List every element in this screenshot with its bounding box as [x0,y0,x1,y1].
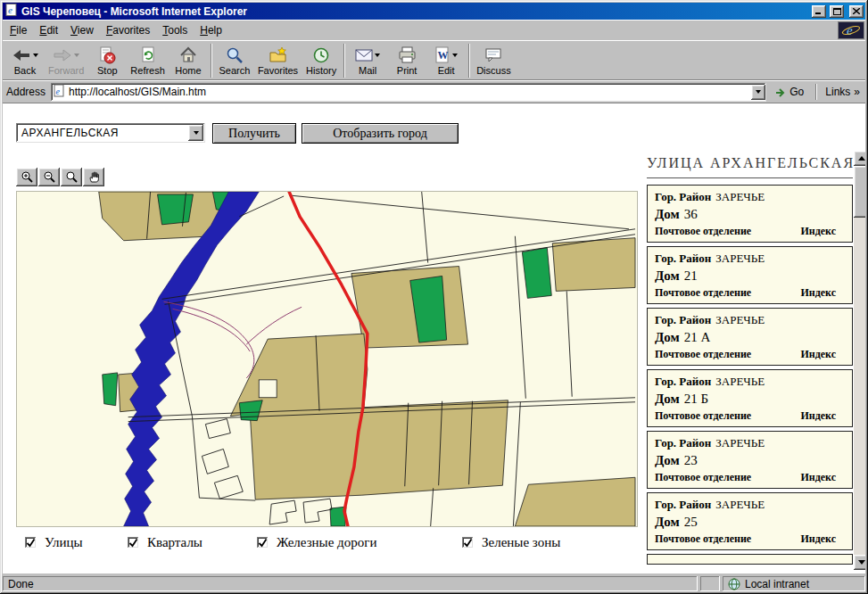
toolbar-separator [343,44,345,78]
house-label: Дом [655,268,680,283]
index-label: Индекс [800,471,836,484]
house-card[interactable]: Гор. РайонЗАРЕЧЬЕ Дом21 Почтовое отделен… [647,246,853,304]
house-card[interactable]: Гор. РайонЗАРЕЧЬЕ Дом36 Почтовое отделен… [647,185,853,243]
house-card-clipped[interactable] [647,554,853,565]
house-card[interactable]: Гор. РайонЗАРЕЧЬЕ Дом21 Б Почтовое отдел… [647,369,853,427]
street-select-value[interactable]: АРХАНГЕЛЬСКАЯ [16,127,188,139]
house-label: Дом [655,330,680,344]
mail-icon [355,48,373,62]
house-card[interactable]: Гор. РайонЗАРЕЧЬЕ Дом25 Почтовое отделен… [647,492,853,550]
discuss-button[interactable]: Discuss [473,42,515,78]
house-value: 21 [684,268,698,283]
index-label: Индекс [800,409,836,423]
svg-text:e: e [8,4,12,15]
forward-dropdown-caret[interactable] [74,54,79,57]
layer-railways: Железные дороги [257,535,376,550]
layer-blocks-checkbox[interactable] [128,537,139,549]
address-bar: Address e Go Links » [3,80,865,103]
zone-text: Local intranet [745,578,809,590]
menu-help[interactable]: Help [194,21,228,39]
city-map[interactable] [17,192,637,526]
address-input[interactable] [69,86,748,98]
index-label: Индекс [800,348,836,361]
print-icon [398,46,416,64]
back-button[interactable]: Back [5,42,45,78]
menu-tools[interactable]: Tools [156,21,194,39]
get-button[interactable]: Получить [212,123,296,144]
mail-button[interactable]: Mail [348,42,387,78]
refresh-icon [139,46,157,64]
addressbar-separator [815,84,817,100]
house-label: Дом [655,453,680,467]
house-label: Дом [655,207,680,221]
menu-file[interactable]: File [4,21,33,39]
district-value: ЗАРЕЧЬЕ [715,252,765,265]
panel-scrollbar[interactable] [854,151,865,570]
print-button[interactable]: Print [387,42,426,78]
links-button[interactable]: Links » [825,86,862,98]
refresh-button[interactable]: Refresh [127,42,169,78]
favorites-button[interactable]: Favorites [254,42,302,78]
district-value: ЗАРЕЧЬЕ [715,436,765,450]
stop-icon [98,46,116,64]
status-message-pane: Done [3,576,698,591]
district-value: ЗАРЕЧЬЕ [715,498,765,511]
zoom-in-icon [21,170,34,184]
house-value: 36 [684,207,698,221]
house-value: 21 Б [684,392,708,406]
maximize-button[interactable] [830,5,844,18]
links-chevron-icon[interactable]: » [854,86,860,98]
panel-title: УЛИЦА АРХАНГЕЛЬСКАЯ [647,155,853,178]
edit-button[interactable]: W Edit [426,42,466,78]
layer-streets: Улицы [25,535,83,550]
street-select[interactable]: АРХАНГЕЛЬСКАЯ [16,123,205,143]
show-city-button[interactable]: Отобразить город [302,123,459,144]
edit-dropdown-caret[interactable] [452,54,458,57]
street-select-arrow[interactable] [188,125,203,141]
menu-favorites[interactable]: Favorites [100,21,156,39]
layer-green-zones-checkbox[interactable] [462,537,474,549]
back-dropdown-caret[interactable] [33,54,38,57]
index-label: Индекс [800,286,836,300]
layer-railways-checkbox[interactable] [257,537,269,549]
history-button[interactable]: History [302,42,341,78]
intranet-globe-icon [728,578,740,590]
toolbar-separator [468,44,470,78]
district-value: ЗАРЕЧЬЕ [715,375,765,388]
minimize-button[interactable] [812,5,826,18]
stop-button[interactable]: Stop [87,42,127,78]
svg-text:W: W [438,49,449,62]
scroll-down-button[interactable] [854,555,865,570]
go-icon [775,87,787,98]
search-button[interactable]: Search [215,42,254,78]
layer-streets-checkbox[interactable] [25,537,37,549]
close-button[interactable] [849,5,864,18]
zoom-in-button[interactable] [16,168,37,186]
house-card[interactable]: Гор. РайонЗАРЕЧЬЕ Дом21 А Почтовое отдел… [647,308,853,366]
post-office-label: Почтовое отделение [655,471,751,484]
mail-dropdown-caret[interactable] [375,54,380,57]
address-dropdown-button[interactable] [751,85,765,100]
district-value: ЗАРЕЧЬЕ [715,190,765,203]
house-card[interactable]: Гор. РайонЗАРЕЧЬЕ Дом23 Почтовое отделен… [647,431,853,489]
zoom-select-button[interactable] [61,168,82,186]
scroll-up-button[interactable] [854,151,865,166]
ie-page-icon: e [5,4,18,20]
pan-button[interactable] [83,168,104,186]
home-button[interactable]: Home [169,42,208,78]
svg-text:e: e [56,86,61,95]
forward-button[interactable]: Forward [45,42,87,78]
menu-view[interactable]: View [64,21,100,39]
page-content: АРХАНГЕЛЬСКАЯ Получить Отобразить город [3,103,865,573]
favorites-icon [269,46,288,64]
scrollbar-thumb[interactable] [854,166,865,218]
title-bar: e GIS Череповец - Microsoft Internet Exp… [3,3,865,20]
menu-edit[interactable]: Edit [33,21,64,39]
zoom-out-button[interactable] [38,168,60,186]
hand-icon [87,170,101,184]
security-zone-pane: Local intranet [723,576,865,591]
district-label: Гор. Район [655,436,711,450]
index-label: Индекс [800,532,836,546]
go-button[interactable]: Go [772,84,807,100]
district-value: ЗАРЕЧЬЕ [715,313,765,326]
